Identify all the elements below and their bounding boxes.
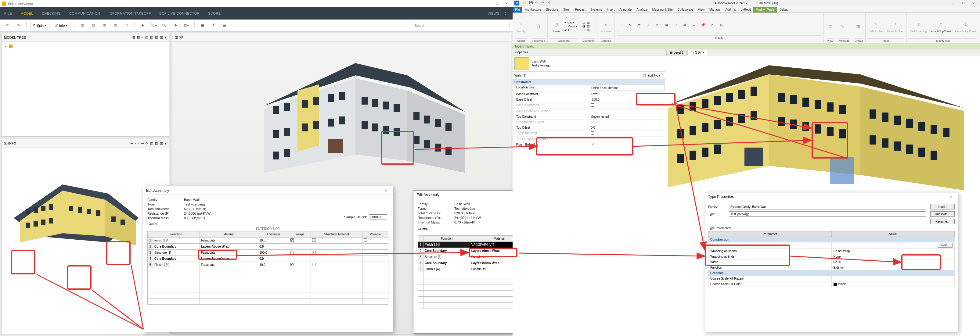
move-icon[interactable]: ↔ [617,21,625,29]
copy-button[interactable]: 📄 Copy ▾ [564,25,577,28]
measure-icon[interactable]: 📏 [839,22,846,30]
spin-button[interactable]: ⟳ Spin ▾ [30,22,49,29]
tp-load-button[interactable]: Load... [930,204,955,209]
layer-row[interactable]: 2Core BoundaryLayers Above Wrap0.0 [148,244,388,250]
prop-row[interactable]: Room Bounding [512,142,665,148]
cube2-icon[interactable]: ◱ [89,21,98,30]
ribbon-tab-add-ins[interactable]: Add-Ins [723,7,738,13]
pin-icon[interactable]: 📌 [700,21,707,29]
group-icon[interactable]: ◫ [718,21,725,29]
ribbon-tab-systems[interactable]: Systems [588,7,605,13]
qat-undo-icon[interactable]: ↶ [535,1,539,5]
menu-info-takeoff[interactable]: INFORMATION TAKEOFF [109,11,151,15]
type-param-row[interactable]: FunctionExterior [708,265,955,271]
ribbon-tab-manage[interactable]: Manage [707,7,723,13]
ribbon-tab-file[interactable]: File [512,7,522,13]
ribbon-tab-architecture[interactable]: Architecture [522,7,543,13]
zoom-fit-icon[interactable]: ⊕ [138,21,147,30]
trim-icon[interactable]: ⊥ [645,21,652,29]
pan-icon[interactable]: ✥ [171,21,180,30]
menu-communication[interactable]: COMMUNICATION [69,11,100,15]
geom-c-icon[interactable]: ◫ [587,29,590,32]
cube5-icon[interactable]: ⬚ [122,21,130,30]
delete-icon[interactable]: ✕ [709,21,716,29]
layer-row[interactable]: 3Structure [1]Fasadputs600.0 [148,250,388,256]
section-icon[interactable]: ◫▾ [182,21,191,30]
match-button[interactable]: 🖌 ▾ [564,29,577,32]
dialog-a-close[interactable]: ✕ [382,187,390,193]
undo-icon[interactable]: ↶ [3,21,11,30]
info-nav-next[interactable]: › [138,141,139,146]
view-hide-icon[interactable]: ◫ [826,22,834,30]
view-tab-level1[interactable]: ▦ Level 1 [667,50,687,55]
tree-icon-3[interactable]: ≡ [142,35,143,39]
layer-row[interactable]: 5Finish 1 [4]Fasadputs10.0 [148,262,388,268]
info-icon-b[interactable]: ◫ [155,141,158,146]
info-nav-first[interactable]: ⇤ [130,141,133,146]
grid-icon[interactable]: ▦ [198,21,207,30]
geom-b-icon[interactable]: ◫ [587,25,590,28]
type-selector[interactable]: Basic Wall Test yttervägg [512,55,665,72]
search-input[interactable] [412,22,509,29]
split-icon[interactable]: ✂ [654,21,661,29]
revit-close[interactable]: ✕ [969,0,978,6]
tp-duplicate-button[interactable]: Duplicate... [930,211,955,217]
ribbon-tab-insert[interactable]: Insert [605,7,617,13]
geom-cope-icon[interactable]: ◫ [582,21,585,24]
edit-type-button[interactable]: 📋 Edit Type [640,73,663,78]
ribbon-tab-analyze[interactable]: Analyze [634,7,650,13]
prop-row[interactable]: Top Extension Distance [512,136,665,142]
qat-open-icon[interactable]: 📁 [523,1,527,5]
menu-checking[interactable]: CHECKING [42,11,61,15]
close-button[interactable]: ✕ [501,1,511,7]
ribbon-tab-massing-site[interactable]: Massing & Site [650,7,675,13]
cube-icon[interactable]: ◫ [78,21,87,30]
mirror-icon[interactable]: ⇋ [636,21,643,29]
redo-icon[interactable]: ↷ [14,21,22,30]
tree-root[interactable]: ▸ [3,44,167,49]
layer-row[interactable]: 1Finish 1 [4]Fasadputs10.0 [148,238,388,244]
prop-row[interactable]: Base ConstraintLevel 1 [512,92,665,97]
ribbon-tab-view[interactable]: View [696,7,707,13]
tp-close[interactable]: ✕ [947,193,955,200]
tree-icon-5[interactable]: ◫ [150,35,153,39]
edit-structure-button[interactable]: Edit... [938,243,953,247]
minimize-button[interactable]: ─ [483,1,492,7]
info-nav-prev[interactable]: ‹ [135,141,136,146]
layers-icon[interactable]: ☰ [220,21,229,30]
tree-icon-8[interactable]: ▾ [165,35,167,39]
type-param-row[interactable]: Width620.0 [708,260,955,265]
type-params-table[interactable]: ParameterValue Construction StructureEdi… [708,231,955,287]
scale-icon[interactable]: ⤢ [672,21,679,29]
tp-type-dropdown[interactable]: Test yttervägg [729,211,926,217]
geom-join-icon[interactable]: ◫ [582,29,585,32]
fullscreen-icon[interactable]: ⛶ [505,11,509,15]
ribbon-tab-debug[interactable]: Debug [777,7,791,13]
zoom-out-icon[interactable]: 🔍- [160,21,169,30]
menu-bcf[interactable]: BCF LIVE CONNECTOR [159,11,200,15]
prop-row[interactable]: Top is Attached [512,130,665,136]
tp-family-dropdown[interactable]: System Family: Basic Wall [729,204,926,209]
tree-icon-7[interactable]: ◫ [160,35,163,39]
cut-button[interactable]: ✂ Cut ▾ [564,21,577,24]
type-param-row[interactable]: Coarse Scale Fill ColorBlack [708,281,955,287]
paste-button[interactable]: 📋Paste [550,19,562,33]
ribbon-tab-collaborate[interactable]: Collaborate [675,7,695,13]
offset-icon[interactable]: ⇉ [681,21,689,29]
info-button[interactable]: ⓘ Info ▾ [52,22,70,29]
revit-minimize[interactable]: ─ [948,0,958,6]
prop-row[interactable]: Base Extension Distance [512,109,665,114]
expand-icon[interactable]: ▸ [5,44,8,48]
tp-rename-button[interactable]: Rename... [930,219,955,224]
sample-height-input-a[interactable] [369,214,387,220]
menu-file[interactable]: FILE [4,11,12,15]
maximize-button[interactable]: ☐ [492,1,501,7]
type-param-row[interactable]: StructureEdit... [708,242,955,249]
info-nav-last[interactable]: ⇥ [141,141,144,146]
rotate-icon[interactable]: ⟲ [626,21,634,29]
type-param-row[interactable]: Wrapping at EndsNone [708,254,955,260]
menu-model[interactable]: MODEL [21,11,33,15]
array-icon[interactable]: ▦ [663,21,670,29]
geom-cut-icon[interactable]: ◪ [582,25,585,28]
geom-a-icon[interactable]: ◫ [587,21,590,24]
